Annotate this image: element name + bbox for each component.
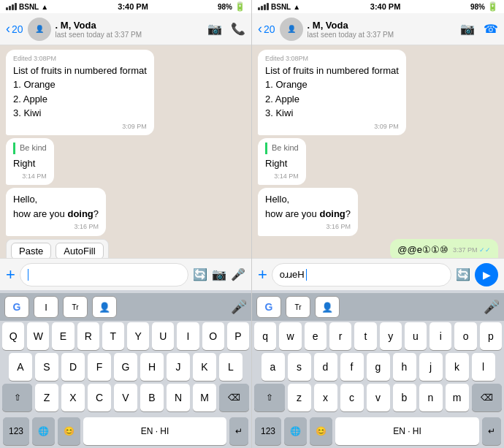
key-g-right[interactable]: g — [367, 353, 390, 381]
key-return-right[interactable]: ↵ — [482, 417, 501, 445]
camera-icon-left[interactable]: 📷 — [212, 267, 226, 281]
phone-call-icon-left[interactable]: 📞 — [231, 22, 245, 36]
key-u-right[interactable]: u — [405, 322, 427, 350]
message-input-right[interactable]: oɹɹeH — [272, 263, 451, 286]
key-e-right[interactable]: e — [305, 322, 327, 350]
key-L-left[interactable]: L — [219, 353, 243, 381]
key-return-left[interactable]: ↵ — [229, 417, 248, 445]
key-b-right[interactable]: b — [393, 384, 416, 411]
key-V-left[interactable]: V — [114, 384, 137, 411]
key-R-left[interactable]: R — [77, 322, 99, 350]
key-B-left[interactable]: B — [140, 384, 164, 411]
add-attachment-icon-right[interactable]: + — [258, 265, 267, 284]
sticker-icon-right[interactable]: 🔄 — [456, 267, 470, 281]
back-count-right[interactable]: 20 — [264, 23, 275, 35]
mic-toolbar-right[interactable]: 🎤 — [484, 299, 500, 315]
key-E-left[interactable]: E — [52, 322, 74, 350]
key-emoji-right[interactable]: 😊 — [310, 417, 332, 445]
key-N-left[interactable]: N — [167, 384, 190, 411]
key-F-left[interactable]: F — [88, 353, 111, 381]
key-x-right[interactable]: x — [314, 384, 337, 411]
key-backspace-left[interactable]: ⌫ — [219, 384, 249, 411]
time-left: 3:40 PM — [118, 2, 148, 11]
message-input-left[interactable] — [20, 263, 188, 286]
key-Q-left[interactable]: Q — [2, 322, 24, 350]
key-emoji-left[interactable]: 😊 — [58, 417, 80, 445]
kb-bottom-left: 123 🌐 😊 EN · HI ↵ — [0, 416, 251, 447]
translate-btn-left[interactable]: Tr — [63, 296, 88, 318]
key-j-right[interactable]: j — [419, 353, 443, 381]
back-button-right[interactable]: ‹ 20 — [258, 21, 275, 37]
msg-time-right-right: 3:14 PM — [265, 172, 299, 181]
send-button-right[interactable]: ▶ — [475, 263, 498, 286]
back-count-left[interactable]: 20 — [12, 23, 23, 35]
msg-text-hello-left: Hello,how are you doing? — [13, 192, 99, 221]
key-t-right[interactable]: t — [354, 322, 376, 350]
key-a-right[interactable]: a — [261, 353, 285, 381]
key-G-left[interactable]: G — [114, 353, 137, 381]
key-w-right[interactable]: w — [279, 322, 301, 350]
key-123-right[interactable]: 123 — [255, 417, 281, 445]
key-p-right[interactable]: p — [480, 322, 502, 350]
video-call-icon-right[interactable]: 📷 — [460, 22, 475, 36]
person-btn-left[interactable]: 👤 — [92, 296, 117, 318]
key-X-left[interactable]: X — [61, 384, 85, 411]
key-k-right[interactable]: k — [446, 353, 469, 381]
key-Y-left[interactable]: Y — [127, 322, 149, 350]
cursor-btn-left[interactable]: I — [34, 296, 58, 318]
autofill-button[interactable]: AutoFill — [56, 243, 103, 258]
key-h-right[interactable]: h — [393, 353, 416, 381]
key-O-left[interactable]: O — [202, 322, 224, 350]
add-attachment-icon-left[interactable]: + — [6, 265, 15, 284]
key-shift-left[interactable]: ⇧ — [2, 384, 32, 411]
key-D-left[interactable]: D — [61, 353, 85, 381]
key-A-left[interactable]: A — [9, 353, 32, 381]
video-call-icon-left[interactable]: 📷 — [207, 22, 222, 36]
key-o-right[interactable]: o — [454, 322, 476, 350]
google-btn-left[interactable]: G — [4, 296, 29, 318]
key-v-right[interactable]: v — [367, 384, 390, 411]
key-q-right[interactable]: q — [254, 322, 276, 350]
key-i-right[interactable]: i — [429, 322, 451, 350]
key-I-left[interactable]: I — [177, 322, 199, 350]
key-c-right[interactable]: c — [340, 384, 364, 411]
key-l-right[interactable]: l — [472, 353, 495, 381]
key-d-right[interactable]: d — [314, 353, 337, 381]
key-P-left[interactable]: P — [227, 322, 249, 350]
person-btn-right[interactable]: 👤 — [315, 296, 340, 318]
key-globe-right[interactable]: 🌐 — [284, 417, 307, 445]
msg-bubble-hello-left: Hello,how are you doing? 3:16 PM — [6, 188, 106, 236]
key-space-right[interactable]: EN · HI — [335, 417, 479, 445]
key-123-left[interactable]: 123 — [3, 417, 29, 445]
key-backspace-right[interactable]: ⌫ — [472, 384, 503, 411]
sticker-icon-left[interactable]: 🔄 — [193, 267, 207, 281]
key-K-left[interactable]: K — [193, 353, 216, 381]
mic-icon-left[interactable]: 🎤 — [231, 267, 245, 281]
key-T-left[interactable]: T — [102, 322, 124, 350]
key-globe-left[interactable]: 🌐 — [32, 417, 55, 445]
translate-btn-right[interactable]: Tr — [286, 296, 310, 318]
key-y-right[interactable]: y — [380, 322, 402, 350]
key-n-right[interactable]: n — [419, 384, 443, 411]
key-s-right[interactable]: s — [288, 353, 311, 381]
back-button-left[interactable]: ‹ 20 — [6, 21, 23, 37]
key-U-left[interactable]: U — [152, 322, 174, 350]
key-r-right[interactable]: r — [329, 322, 351, 350]
mic-toolbar-left[interactable]: 🎤 — [231, 299, 247, 315]
key-H-left[interactable]: H — [140, 353, 164, 381]
header-info-left: . M, Voda last seen today at 3:37 PM — [56, 20, 203, 39]
key-M-left[interactable]: M — [193, 384, 216, 411]
key-S-left[interactable]: S — [35, 353, 58, 381]
google-btn-right[interactable]: G — [256, 296, 281, 318]
paste-button[interactable]: Paste — [11, 243, 51, 258]
key-W-left[interactable]: W — [27, 322, 49, 350]
key-J-left[interactable]: J — [167, 353, 190, 381]
key-C-left[interactable]: C — [88, 384, 111, 411]
phone-call-icon-right[interactable]: ☎ — [484, 22, 498, 36]
key-space-left[interactable]: EN · HI — [83, 417, 226, 445]
key-Z-left[interactable]: Z — [35, 384, 58, 411]
key-m-right[interactable]: m — [446, 384, 469, 411]
key-shift-right[interactable]: ⇧ — [254, 384, 285, 411]
key-z-right[interactable]: z — [288, 384, 311, 411]
key-f-right[interactable]: f — [340, 353, 364, 381]
